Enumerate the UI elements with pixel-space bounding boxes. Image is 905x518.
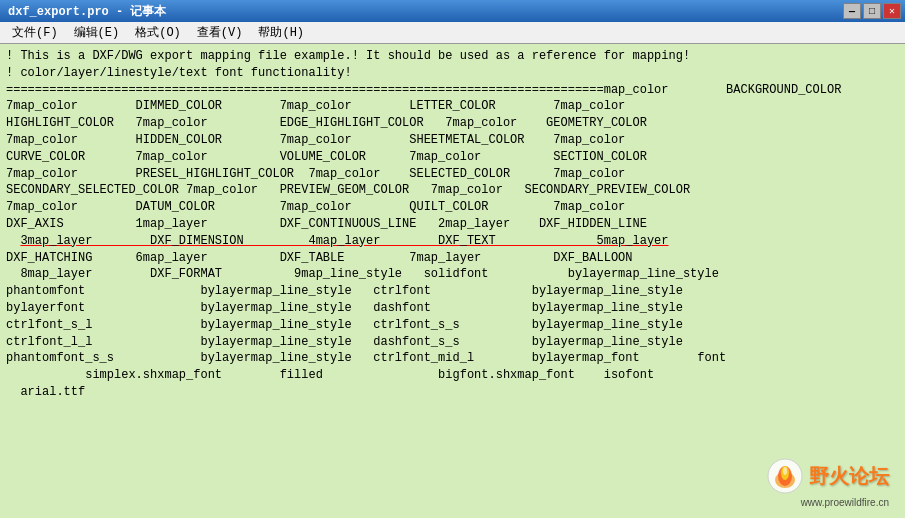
maximize-button[interactable]: □ [863, 3, 881, 19]
close-button[interactable]: ✕ [883, 3, 901, 19]
watermark: 野火论坛 www.proewildfire.cn [767, 458, 889, 510]
menu-file[interactable]: 文件(F) [4, 22, 66, 43]
title-bar: dxf_export.pro - 记事本 — □ ✕ [0, 0, 905, 22]
wildfire-icon [767, 458, 803, 494]
watermark-url: www.proewildfire.cn [801, 496, 889, 510]
watermark-logo: 野火论坛 [767, 458, 889, 494]
minimize-button[interactable]: — [843, 3, 861, 19]
watermark-main-text: 野火论坛 [809, 462, 889, 490]
menu-format[interactable]: 格式(O) [127, 22, 189, 43]
menu-help[interactable]: 帮助(H) [250, 22, 312, 43]
menu-view[interactable]: 查看(V) [189, 22, 251, 43]
menu-bar: 文件(F) 编辑(E) 格式(O) 查看(V) 帮助(H) [0, 22, 905, 44]
menu-edit[interactable]: 编辑(E) [66, 22, 128, 43]
svg-point-4 [783, 467, 787, 475]
text-content[interactable]: ! This is a DXF/DWG export mapping file … [0, 44, 905, 518]
window-controls: — □ ✕ [843, 3, 901, 19]
window-title: dxf_export.pro - 记事本 [8, 3, 166, 20]
